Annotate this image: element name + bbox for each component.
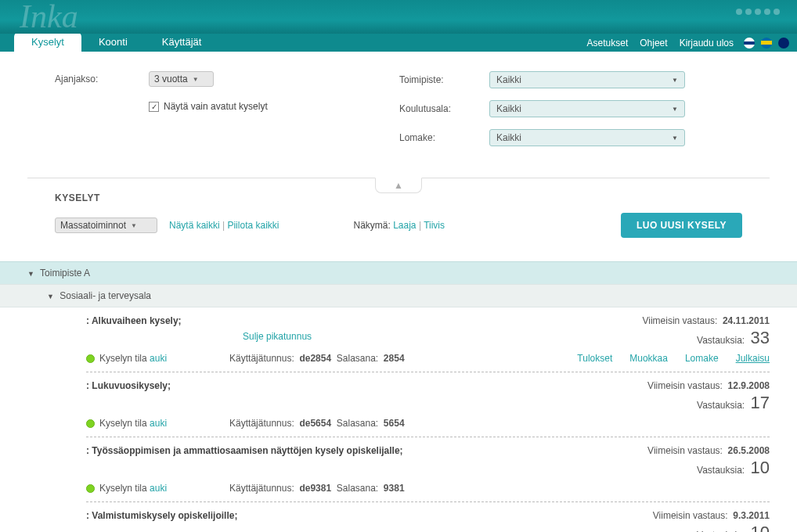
filter-right: Toimipiste: Kaikki Koulutusala: Kaikki L… <box>399 71 770 158</box>
divider: ▲ <box>27 178 770 178</box>
survey-title: : Valmistumiskysely opiskelijoille; <box>86 510 237 532</box>
collapse-toggle[interactable]: ▲ <box>375 178 422 193</box>
toimipiste-label: Toimipiste: <box>399 74 489 85</box>
decorative-bubbles <box>734 6 781 17</box>
toimipiste-value: Kaikki <box>496 74 521 85</box>
survey-item: : Alkuvaiheen kysely; Viimeisin vastaus:… <box>86 307 770 372</box>
close-quick-link[interactable]: Sulje pikatunnus <box>243 331 312 342</box>
ajanjakso-value: 3 vuotta <box>154 74 188 84</box>
status-text: Kyselyn tila auki <box>99 483 167 494</box>
main-tabs: Kyselyt Koonti Käyttäjät <box>0 34 218 52</box>
tab-koonti[interactable]: Koonti <box>81 32 145 52</box>
massatoiminnot-value: Massatoiminnot <box>60 220 126 231</box>
header-banner: Inka <box>0 0 797 34</box>
credentials: Käyttäjätunnus: de9381 Salasana: 9381 <box>229 483 405 494</box>
section-title: KYSELYT <box>55 192 742 203</box>
survey-title: : Työssäoppimisen ja ammattiosaamisen nä… <box>86 445 403 478</box>
group-toimipiste[interactable]: ▼ Toimipiste A <box>0 261 797 284</box>
tab-kayttajat[interactable]: Käyttäjät <box>145 32 219 52</box>
flag-en-icon[interactable] <box>778 38 789 49</box>
koulutusala-label: Koulutusala: <box>399 103 489 114</box>
status-dot-icon <box>86 419 95 428</box>
survey-item: : Valmistumiskysely opiskelijoille; Viim… <box>86 502 770 532</box>
open-only-checkbox[interactable]: ✓ <box>149 102 159 112</box>
status-text: Kyselyn tila auki <box>99 353 167 364</box>
muokkaa-link[interactable]: Muokkaa <box>629 353 668 364</box>
survey-date: 9.3.2011 <box>733 510 770 521</box>
status-dot-icon <box>86 484 95 493</box>
tulokset-link[interactable]: Tulokset <box>577 353 612 364</box>
lomake-value: Kaikki <box>496 132 521 143</box>
vastauksia-label: Vastauksia: <box>697 465 745 476</box>
ajanjakso-label: Ajanjakso: <box>55 74 149 84</box>
viimeisin-label: Viimeisin vastaus: <box>647 380 723 391</box>
survey-count: 17 <box>751 393 770 412</box>
filter-left: Ajanjakso: 3 vuotta ✓ Näytä vain avatut … <box>55 71 352 158</box>
julkaisu-link[interactable]: Julkaisu <box>736 353 770 364</box>
survey-title: : Alkuvaiheen kysely; <box>86 315 182 348</box>
nav-settings[interactable]: Asetukset <box>587 38 629 49</box>
survey-list: : Alkuvaiheen kysely; Viimeisin vastaus:… <box>0 307 797 532</box>
flag-fi-icon[interactable] <box>744 38 755 49</box>
vastauksia-label: Vastauksia: <box>697 400 745 411</box>
controls-row: Massatoiminnot Näytä kaikki | Piilota ka… <box>55 213 742 238</box>
credentials: Käyttäjätunnus: de5654 Salasana: 5654 <box>229 418 405 429</box>
nav-help[interactable]: Ohjeet <box>640 38 667 49</box>
credentials: Käyttäjätunnus: de2854 Salasana: 2854 <box>229 353 405 364</box>
nav-logout[interactable]: Kirjaudu ulos <box>680 38 734 49</box>
viimeisin-label: Viimeisin vastaus: <box>642 315 717 326</box>
viimeisin-label: Viimeisin vastaus: <box>653 510 728 521</box>
survey-item: : Lukuvuosikysely; Viimeisin vastaus: 12… <box>86 372 770 437</box>
koulutusala-value: Kaikki <box>496 103 521 114</box>
group-sosiaali-label: Sosiaali- ja terveysala <box>60 290 151 301</box>
koulutusala-select[interactable]: Kaikki <box>489 100 685 117</box>
massatoiminnot-select[interactable]: Massatoiminnot <box>55 217 157 233</box>
survey-date: 26.5.2008 <box>728 445 770 456</box>
app-logo: Inka <box>20 0 78 35</box>
survey-title: : Lukuvuosikysely; <box>86 380 171 413</box>
survey-date: 24.11.2011 <box>723 315 770 326</box>
lomake-select[interactable]: Kaikki <box>489 129 685 146</box>
flag-se-icon[interactable] <box>761 38 772 49</box>
tiivis-link[interactable]: Tiivis <box>424 220 445 231</box>
show-all-link[interactable]: Näytä kaikki <box>169 220 220 231</box>
lomake-label: Lomake: <box>399 132 489 143</box>
ajanjakso-select[interactable]: 3 vuotta <box>149 71 214 87</box>
status-open-link[interactable]: auki <box>150 353 167 364</box>
status-open-link[interactable]: auki <box>150 483 167 494</box>
survey-date: 12.9.2008 <box>728 380 770 391</box>
content: Ajanjakso: 3 vuotta ✓ Näytä vain avatut … <box>0 52 797 246</box>
create-survey-button[interactable]: LUO UUSI KYSELY <box>621 213 742 238</box>
arrow-down-icon: ▼ <box>27 270 34 278</box>
status-text: Kyselyn tila auki <box>99 418 167 429</box>
survey-item: : Työssäoppimisen ja ammattiosaamisen nä… <box>86 437 770 502</box>
hide-all-link[interactable]: Piilota kaikki <box>227 220 279 231</box>
survey-count: 33 <box>751 328 770 347</box>
group-sosiaali[interactable]: ▼ Sosiaali- ja terveysala <box>0 284 797 307</box>
navbar: Kyselyt Koonti Käyttäjät Asetukset Ohjee… <box>0 34 797 52</box>
status-open-link[interactable]: auki <box>150 418 167 429</box>
nav-right: Asetukset Ohjeet Kirjaudu ulos <box>583 38 789 49</box>
survey-count: 10 <box>751 523 770 532</box>
toimipiste-select[interactable]: Kaikki <box>489 71 685 88</box>
open-only-label: Näytä vain avatut kyselyt <box>164 101 268 112</box>
survey-count: 10 <box>751 458 770 477</box>
laaja-link[interactable]: Laaja <box>393 220 416 231</box>
nakyma-label: Näkymä: <box>353 220 390 231</box>
lomake-link[interactable]: Lomake <box>685 353 719 364</box>
vastauksia-label: Vastauksia: <box>697 335 745 346</box>
group-toimipiste-label: Toimipiste A <box>40 268 90 279</box>
filters-panel: Ajanjakso: 3 vuotta ✓ Näytä vain avatut … <box>27 52 770 170</box>
viimeisin-label: Viimeisin vastaus: <box>647 445 723 456</box>
arrow-down-icon: ▼ <box>47 293 54 300</box>
status-dot-icon <box>86 354 95 363</box>
